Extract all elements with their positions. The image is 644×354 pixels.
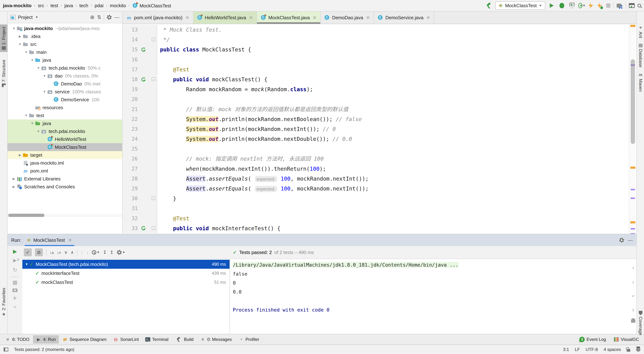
editor-gutter[interactable]: 15 [122, 45, 157, 54]
tree-expand-icon[interactable]: ▼ [36, 66, 41, 70]
tree-item[interactable]: ▶External Libraries [8, 175, 122, 183]
tree-item[interactable]: resources [8, 104, 122, 112]
tool-strip-7-structure[interactable]: 7: Structure [0, 60, 8, 87]
breadcrumb-item[interactable]: pdai [94, 3, 104, 8]
file-encoding[interactable]: UTF-8 [586, 347, 598, 352]
editor-gutter[interactable]: 31 [122, 203, 157, 213]
code-line[interactable]: 31 [122, 203, 629, 213]
code-line[interactable]: 25 [122, 144, 629, 154]
tool-strip-coverage[interactable]: Coverage [637, 311, 644, 335]
gear-icon[interactable] [107, 15, 112, 20]
tree-item[interactable]: ▼dao0% classes, 0% [8, 72, 122, 80]
stop-button[interactable] [606, 3, 610, 8]
tree-item[interactable]: ▼java [8, 56, 122, 64]
tree-item[interactable]: java-mockito.iml [8, 159, 122, 167]
breadcrumb-item[interactable]: java [64, 3, 73, 8]
code-line[interactable]: 27 when(mockRandom.nextInt()).thenReturn… [122, 164, 629, 174]
tree-expand-icon[interactable]: ▼ [36, 130, 41, 133]
breadcrumb-item[interactable]: src [38, 3, 44, 8]
scroll-to-end-icon[interactable]: ↧ [632, 305, 634, 314]
editor-scrollbar-thumb[interactable] [631, 59, 635, 144]
editor-tab[interactable]: DemoDao.java✕ [320, 11, 374, 24]
breadcrumb-item[interactable]: test [50, 3, 58, 8]
tool-window-button-sonarlint[interactable]: ⊖SonarLint [110, 335, 142, 344]
tree-item[interactable]: HelloWorldTest [8, 135, 122, 143]
line-separator[interactable]: LF [575, 347, 580, 352]
code-line[interactable]: 33– public void mockInterfaceTest() { [122, 223, 629, 233]
tree-expand-icon[interactable]: ▶ [11, 177, 16, 181]
scroll-down-icon[interactable]: ↓ [632, 277, 634, 286]
run-button[interactable] [548, 2, 555, 9]
search-everywhere-icon[interactable] [638, 4, 641, 7]
hide-panel-icon[interactable]: — [114, 15, 119, 20]
tool-window-button-build[interactable]: Build [172, 334, 196, 345]
code-line[interactable]: 32 @Test [122, 213, 629, 223]
stripe-info-mark[interactable] [631, 228, 635, 229]
fold-marker-icon[interactable]: – [152, 77, 155, 81]
tree-expand-icon[interactable]: ▶ [17, 34, 23, 38]
run-test-gutter-icon[interactable] [141, 77, 147, 82]
editor-gutter[interactable]: 16 [122, 55, 157, 65]
code-line[interactable]: 18– public void mockClassTest() { [122, 74, 629, 84]
previous-failed-icon[interactable]: ↑ [81, 250, 83, 255]
editor-gutter[interactable]: 14– [122, 35, 157, 45]
test-result-row[interactable]: ▼✓MockClassTest (tech.pdai.mockito)490 m… [22, 260, 230, 269]
code-line[interactable]: 13 * Mock Class Test. [122, 25, 629, 35]
tool-strip-database[interactable]: Database [637, 44, 644, 67]
soft-wrap-icon[interactable]: ↩ [632, 291, 634, 300]
tree-item[interactable]: ▶.idea [8, 32, 122, 40]
attach-profiler-icon[interactable] [13, 296, 17, 300]
editor-gutter[interactable]: 17 [122, 65, 157, 74]
editor-tab[interactable]: HelloWorldTest.java✕ [193, 11, 257, 24]
tool-window-button-0-messages[interactable]: ≡0: Messages [197, 335, 234, 344]
tree-item[interactable]: ▶Scratches and Consoles [8, 183, 122, 191]
gear-icon[interactable] [619, 238, 624, 243]
next-failed-icon[interactable]: ↓ [86, 250, 89, 255]
editor-gutter[interactable]: 22 [122, 114, 157, 124]
collapse-all-icon[interactable]: ∧ [71, 250, 74, 255]
editor-tab-active[interactable]: MockClassTest.java✕ [257, 11, 321, 24]
tree-expand-icon[interactable]: ▼ [30, 122, 35, 125]
tool-window-button-event-log[interactable]: 3Event Log [576, 335, 609, 344]
stripe-warning-mark[interactable] [630, 221, 635, 223]
tree-item[interactable]: ▼tech.pdai.mockito [8, 127, 122, 135]
highlighting-level-icon[interactable] [636, 347, 640, 352]
tree-item[interactable]: ▼test [8, 112, 122, 119]
tree-item[interactable]: ▼main [8, 48, 122, 56]
import-tests-icon[interactable]: ↧ [103, 250, 107, 255]
stripe-info-mark[interactable] [631, 233, 635, 234]
build-hammer-icon[interactable] [485, 2, 492, 9]
code-line[interactable]: 24 System.out.println(mockRandom.nextDou… [122, 134, 629, 144]
code-line[interactable]: 19 Random mockRandom = mock(Random.class… [122, 84, 629, 94]
code-line[interactable]: 16 [122, 55, 629, 65]
lock-icon[interactable] [627, 349, 630, 352]
editor-tab[interactable]: pom.xml (java-mockito)✕ [122, 11, 193, 24]
code-line[interactable]: 26 // mock: 指定调用 nextInt 方法时, 永远返回 100 [122, 154, 629, 164]
tool-window-button-visualgc[interactable]: VisualGC [611, 336, 642, 343]
run-console[interactable]: ↑ ↓ ↩ ↧ /Library/Java/JavaVirtualMachine… [230, 259, 636, 334]
locate-file-icon[interactable]: ⊕ [90, 14, 94, 20]
tree-item[interactable]: ▼service100% classes [8, 88, 122, 96]
tool-window-button-profiler[interactable]: ◔Profiler [235, 335, 262, 344]
code-line[interactable]: 22 System.out.println(mockRandom.nextBoo… [122, 114, 629, 124]
close-icon[interactable]: ✕ [313, 15, 316, 20]
tree-expand-icon[interactable]: ▼ [30, 58, 35, 62]
more-actions-icon[interactable]: » [14, 304, 16, 310]
code-line[interactable]: 15public class MockClassTest { [122, 45, 629, 54]
editor-gutter[interactable]: 27 [122, 164, 157, 174]
show-ignored-toggle[interactable]: ⊘ [35, 248, 43, 256]
stripe-info-mark[interactable] [631, 189, 635, 190]
tool-strip-ant[interactable]: ✶Ant [637, 25, 644, 38]
editor-gutter[interactable]: 33– [122, 223, 157, 233]
close-icon[interactable]: ✕ [426, 15, 430, 20]
rerun-button[interactable]: ▶ [13, 249, 17, 254]
show-passed-toggle[interactable]: ✓ [24, 248, 32, 256]
tool-window-quick-access-icon[interactable] [4, 348, 8, 352]
stripe-warning-mark[interactable] [630, 167, 635, 169]
test-result-row[interactable]: ✓mockClassTest51 ms [22, 278, 230, 287]
tree-expand-icon[interactable]: ▼ [24, 114, 29, 118]
code-line[interactable]: 17 @Test [122, 65, 629, 74]
stripe-warning-mark[interactable] [630, 25, 635, 27]
code-line[interactable]: 29 Assert.assertEquals( expected: 100, m… [122, 184, 629, 193]
run-configuration-select[interactable]: MockClassTest ▼ [495, 1, 545, 10]
